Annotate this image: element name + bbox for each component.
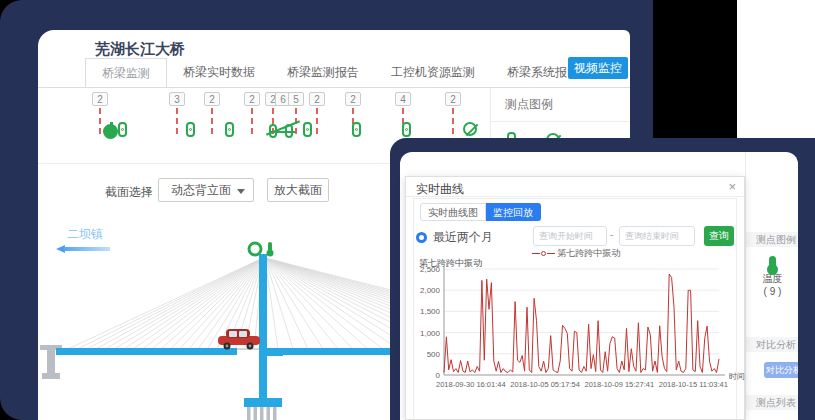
- legend-marker-icon: [541, 251, 546, 256]
- svg-text:1,000: 1,000: [420, 329, 441, 338]
- sensor-count-badge[interactable]: 3: [169, 92, 185, 106]
- section-select-label: 截面选择：: [105, 184, 165, 201]
- link-icon[interactable]: [225, 122, 234, 137]
- temperature-item[interactable]: 温度 ( 9 ): [746, 256, 798, 297]
- radio-label: 最近两个月: [433, 229, 493, 246]
- sensor-count-badge[interactable]: 2: [92, 92, 108, 106]
- link-icon[interactable]: [186, 122, 195, 137]
- sensor-count-badge[interactable]: 2: [345, 92, 361, 106]
- link-icon[interactable]: [118, 122, 127, 137]
- sensor-count-badge[interactable]: 5: [288, 92, 304, 106]
- divider: [406, 196, 744, 197]
- alarm-dash-line: [176, 108, 178, 134]
- page-title: 芜湖长江大桥: [95, 40, 185, 59]
- svg-text:2018-10-09 15:27:41: 2018-10-09 15:27:41: [585, 380, 655, 389]
- video-monitor-button[interactable]: 视频监控: [568, 57, 628, 79]
- sidebar-legend-header: 测点图例: [746, 232, 798, 247]
- offline-icon[interactable]: [463, 122, 477, 136]
- link-icon[interactable]: [352, 122, 361, 137]
- query-button[interactable]: 查询: [704, 226, 734, 246]
- dialog-tab-0[interactable]: 实时曲线图: [420, 203, 486, 221]
- background-window-top: [737, 0, 815, 150]
- gauge-icon[interactable]: [103, 124, 118, 139]
- svg-text:500: 500: [427, 350, 441, 359]
- chart-legend-label: 第七跨跨中振动: [557, 248, 620, 258]
- realtime-curve-dialog: 实时曲线 × 实时曲线图监控回放 最近两个月 - 查询 第七跨跨中振动 第七跨跨…: [405, 176, 745, 420]
- svg-text:2018-10-15 11:03:41: 2018-10-15 11:03:41: [659, 380, 728, 389]
- dialog-tab-bar: 实时曲线图监控回放: [420, 203, 541, 221]
- legend-panel: 测点图例: [490, 88, 630, 140]
- close-icon[interactable]: ×: [728, 179, 736, 194]
- range-separator: -: [610, 229, 613, 240]
- sensor-count-badge[interactable]: 2: [244, 92, 260, 106]
- tab-bar: 桥梁监测桥梁实时数据桥梁监测报告工控机资源监测桥梁系统报警: [85, 58, 550, 88]
- temperature-count: ( 9 ): [764, 286, 782, 297]
- section-select-value: 动态背立面: [171, 183, 231, 197]
- zoom-section-button[interactable]: 放大截面: [267, 178, 329, 202]
- right-sidebar: 测点图例 温度 ( 9 ) 对比分析 对比分析 测点列表: [745, 152, 798, 420]
- chevron-down-icon: [237, 189, 245, 194]
- section-select[interactable]: 动态背立面: [158, 178, 254, 202]
- svg-text:2,500: 2,500: [420, 267, 441, 274]
- link-pair-icon[interactable]: [269, 122, 299, 139]
- link-icon[interactable]: [402, 122, 411, 137]
- svg-text:1,500: 1,500: [420, 307, 441, 316]
- radio-selected-icon[interactable]: [416, 232, 427, 243]
- vibration-chart: 05001,0001,5002,0002,5002018-09-30 16:01…: [406, 267, 746, 417]
- main-tab-2[interactable]: 桥梁监测报告: [271, 58, 375, 88]
- compare-analysis-button[interactable]: 对比分析: [764, 362, 798, 378]
- svg-text:2018-09-30 16:01:44: 2018-09-30 16:01:44: [436, 380, 506, 389]
- screenshot-canvas: 芜湖长江大桥 桥梁监测桥梁实时数据桥梁监测报告工控机资源监测桥梁系统报警 视频监…: [0, 0, 815, 420]
- alarm-dash-line: [316, 108, 318, 134]
- thermometer-icon: [769, 256, 776, 270]
- svg-text:2,000: 2,000: [420, 286, 441, 295]
- main-tab-1[interactable]: 桥梁实时数据: [167, 58, 271, 88]
- alarm-dash-line: [251, 108, 253, 134]
- alarm-dash-line: [211, 108, 213, 134]
- recent-range-radio[interactable]: 最近两个月: [416, 227, 493, 247]
- sidebar-compare-header: 对比分析: [746, 337, 798, 352]
- alarm-dash-line: [452, 108, 454, 134]
- sensor-count-badge[interactable]: 4: [395, 92, 411, 106]
- dialog-tab-1[interactable]: 监控回放: [486, 203, 541, 221]
- svg-text:2018-10-05 05:17:54: 2018-10-05 05:17:54: [510, 380, 580, 389]
- black-region: [653, 0, 737, 145]
- link-icon[interactable]: [303, 122, 312, 137]
- sensor-count-badge[interactable]: 2: [309, 92, 325, 106]
- start-time-input[interactable]: [533, 226, 607, 246]
- main-tab-3[interactable]: 工控机资源监测: [375, 58, 491, 88]
- sensor-count-badge[interactable]: 2: [204, 92, 220, 106]
- sidebar-list-header: 测点列表: [746, 395, 798, 410]
- divider: [491, 121, 630, 122]
- svg-text:0: 0: [436, 371, 441, 380]
- sensor-count-badge[interactable]: 2: [445, 92, 461, 106]
- alarm-dash-line: [99, 108, 101, 134]
- end-time-input[interactable]: [619, 226, 695, 246]
- svg-text:时间: 时间: [729, 372, 745, 381]
- main-tab-0[interactable]: 桥梁监测: [85, 58, 167, 88]
- legend-panel-title: 测点图例: [505, 96, 630, 113]
